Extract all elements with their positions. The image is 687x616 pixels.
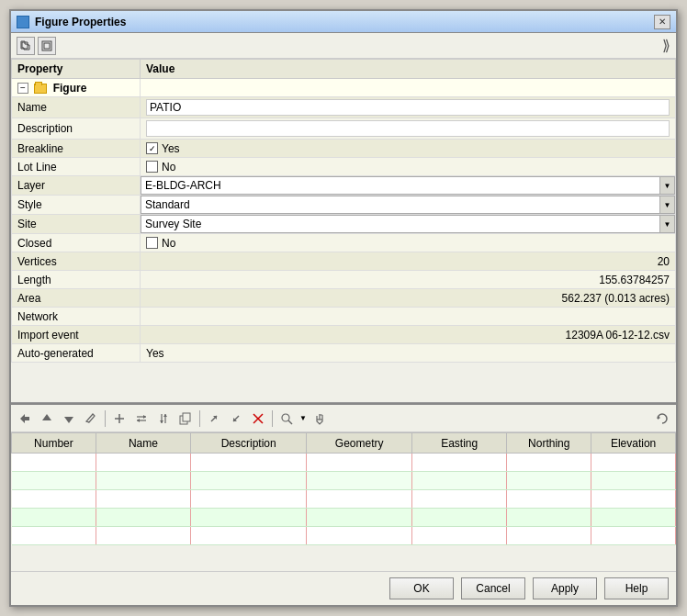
lotline-checkbox[interactable] [146,161,158,173]
grid-cell[interactable] [507,472,591,490]
grid-cell[interactable] [96,454,190,472]
prop-value-description[interactable] [141,118,676,140]
toolbar-arrow-sw[interactable] [226,409,246,429]
grid-cell[interactable] [507,454,591,472]
cancel-button[interactable]: Cancel [461,577,525,599]
toolbar-zoom[interactable] [276,409,297,429]
name-input[interactable] [146,99,670,116]
grid-cell[interactable] [412,490,507,509]
grid-cell[interactable] [307,454,412,472]
table-row: Style Standard ▼ [12,196,676,215]
style-dropdown-arrow[interactable]: ▼ [659,196,674,213]
prop-value-closed: No [141,234,676,252]
window-title: Figure Properties [35,16,654,28]
toolbar-edit[interactable] [81,409,101,429]
grid-cell[interactable] [412,509,507,527]
prop-name-name: Name [12,97,141,118]
grid-cell[interactable] [307,509,412,527]
toolbar-pan[interactable] [310,409,330,429]
grid-cell[interactable] [507,509,591,527]
prop-value-layer[interactable]: E-BLDG-ARCH ▼ [141,176,676,196]
prop-value-site[interactable]: Survey Site ▼ [141,215,676,234]
toolbar-separator-3 [272,410,273,427]
toolbar-copy[interactable] [175,409,196,429]
toolbar-move-up[interactable] [37,409,57,429]
grid-cell[interactable] [591,490,676,509]
svg-marker-7 [143,415,146,419]
toolbar-move-down[interactable] [59,409,79,429]
grid-cell[interactable] [191,527,307,545]
prop-name-breakline: Breakline [12,140,141,158]
site-select[interactable]: Survey Site ▼ [141,215,675,233]
grid-cell[interactable] [191,509,307,527]
col-name: Name [96,433,190,454]
toolbar-delete[interactable] [248,409,268,429]
grid-cell[interactable] [96,509,190,527]
grid-cell[interactable] [96,472,190,490]
grid-cell[interactable] [591,509,676,527]
layer-select[interactable]: E-BLDG-ARCH ▼ [141,176,675,195]
toolbar-btn-2[interactable] [38,37,56,55]
prop-value-network [141,308,676,326]
layer-dropdown-arrow[interactable]: ▼ [659,177,674,194]
grid-cell[interactable] [412,527,507,545]
bottom-section: ▼ Number Name [11,403,676,605]
toolbar-refresh[interactable] [652,409,672,429]
prop-name-network: Network [12,308,141,326]
grid-cell[interactable] [507,527,591,545]
prop-name-site: Site [12,215,141,234]
site-dropdown-arrow[interactable]: ▼ [659,216,674,232]
grid-cell[interactable] [96,527,190,545]
grid-cell[interactable] [591,454,676,472]
toolbar-btn-1[interactable] [17,37,35,55]
grid-cell[interactable] [191,454,307,472]
top-toolbar: ⟫ [11,33,676,59]
grid-cell[interactable] [12,472,96,490]
breakline-checkbox-wrapper: Yes [146,142,670,155]
prop-name-area: Area [12,289,141,308]
table-row: Vertices 20 [12,252,676,271]
breakline-checkbox[interactable] [146,142,158,154]
toolbar-swap-v[interactable] [153,409,174,429]
layer-select-text: E-BLDG-ARCH [141,179,659,192]
table-row: Layer E-BLDG-ARCH ▼ [12,176,676,196]
help-button[interactable]: Help [604,577,669,599]
grid-cell[interactable] [191,472,307,490]
prop-name-style: Style [12,196,141,215]
prop-value-name[interactable] [141,97,676,118]
toolbar-arrow-ne[interactable] [204,409,224,429]
prop-name-layer: Layer [12,176,141,196]
grid-cell[interactable] [12,509,96,527]
toolbar-zoom-dropdown[interactable]: ▼ [298,409,308,429]
grid-cell[interactable] [12,490,96,509]
description-input[interactable] [146,120,670,137]
closed-checkbox[interactable] [146,237,158,249]
close-button[interactable]: ✕ [654,15,670,29]
table-row: Closed No [12,234,676,252]
prop-value-style[interactable]: Standard ▼ [141,196,676,215]
folder-icon [34,84,47,94]
grid-cell[interactable] [96,490,190,509]
style-select[interactable]: Standard ▼ [141,196,675,214]
prop-name-description: Description [12,118,141,140]
ok-button[interactable]: OK [389,577,454,599]
grid-cell[interactable] [12,454,96,472]
grid-cell[interactable] [307,472,412,490]
grid-cell[interactable] [307,527,412,545]
toolbar-swap-h[interactable] [131,409,152,429]
tree-expand[interactable]: − [17,83,28,94]
grid-cell[interactable] [12,527,96,545]
grid-cell[interactable] [412,472,507,490]
grid-cell[interactable] [507,490,591,509]
apply-button[interactable]: Apply [533,577,597,599]
grid-cell[interactable] [591,472,676,490]
svg-marker-19 [658,416,660,420]
grid-cell[interactable] [191,490,307,509]
toolbar-move-start[interactable] [15,409,35,429]
grid-row [12,454,676,472]
grid-cell[interactable] [307,490,412,509]
grid-cell[interactable] [591,527,676,545]
grid-cell[interactable] [412,454,507,472]
toolbar-add[interactable] [109,409,130,429]
toolbar-double-chevron[interactable]: ⟫ [662,37,670,54]
